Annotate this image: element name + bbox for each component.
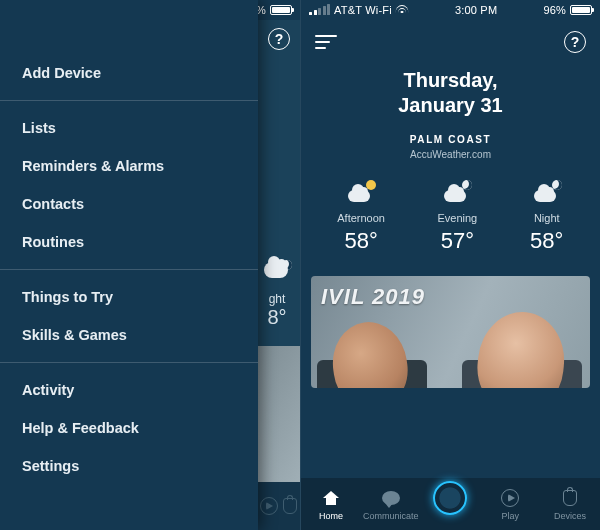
battery-icon [570,5,592,15]
forecast-temp: 57° [437,228,477,254]
date-block: Thursday, January 31 [301,68,600,118]
screenshot-home: AT&T Wi-Fi 3:00 PM 96% ? Thursday, Janua… [300,0,600,530]
date-line-2: January 31 [301,93,600,118]
drawer-item-things-to-try[interactable]: Things to Try [0,278,258,316]
feed-card-text-frag: IVIL [321,284,365,309]
alexa-ring-icon [433,481,467,515]
forecast-night[interactable]: Night 58° [530,180,564,254]
play-icon [499,487,521,509]
forecast-afternoon[interactable]: Afternoon 58° [337,180,385,254]
feed-card-figure [473,308,569,388]
location-name: PALM COAST [301,134,600,145]
forecast-temp: 58° [530,228,564,254]
top-bar: ? [301,20,600,64]
nav-tab-play[interactable]: Play [480,487,540,521]
nav-tab-devices[interactable]: Devices [540,487,600,521]
battery-icon [270,5,292,15]
nav-devices-icon [279,495,300,517]
peek-forecast-label: ght [260,292,294,306]
moon-cloud-icon [530,180,564,204]
drawer-item-reminders-alarms[interactable]: Reminders & Alarms [0,147,258,185]
drawer-item-help-feedback[interactable]: Help & Feedback [0,409,258,447]
help-icon[interactable]: ? [268,28,290,50]
weather-source: AccuWeather.com [301,149,600,160]
nav-tab-communicate[interactable]: Communicate [361,487,421,521]
menu-icon[interactable] [315,35,337,49]
nav-label: Play [502,511,520,521]
wifi-icon [396,5,409,15]
nav-label: Communicate [363,511,419,521]
chat-bubble-icon [380,487,402,509]
drawer-item-contacts[interactable]: Contacts [0,185,258,223]
signal-bars-icon [309,5,330,15]
forecast-evening[interactable]: Evening 57° [437,180,477,254]
location-block[interactable]: PALM COAST AccuWeather.com [301,134,600,160]
battery-percent: 96% [543,4,566,16]
home-icon [320,487,342,509]
feed-card[interactable]: IVIL 2019 [311,276,590,388]
drawer-item-skills-games[interactable]: Skills & Games [0,316,258,354]
peek-forecast-temp: 8° [260,306,294,329]
drawer-item-lists[interactable]: Lists [0,109,258,147]
screenshot-drawer-open: AT&T Wi-Fi 3:00 PM 96% ? ght 8° Add De [0,0,300,530]
drawer-item-routines[interactable]: Routines [0,223,258,261]
feed-card-figure [327,317,412,388]
peek-forecast-night: ght 8° [260,260,294,329]
moon-cloud-icon [440,180,474,204]
forecast-label: Afternoon [337,212,385,224]
drawer-item-settings[interactable]: Settings [0,447,258,485]
sun-cloud-icon [344,180,378,204]
peek-bottom-nav [258,482,300,530]
navigation-drawer: Add Device Lists Reminders & Alarms Cont… [0,0,258,530]
forecast-label: Evening [437,212,477,224]
forecast-row: Afternoon 58° Evening 57° Night 58° [301,180,600,254]
forecast-temp: 58° [337,228,385,254]
devices-icon [559,487,581,509]
carrier-label: AT&T Wi-Fi [334,4,392,16]
nav-tab-home[interactable]: Home [301,487,361,521]
feed-card-headline: IVIL 2019 [321,284,425,310]
drawer-item-activity[interactable]: Activity [0,371,258,409]
status-time: 3:00 PM [455,4,497,16]
nav-play-icon [258,495,279,517]
drawer-item-add-device[interactable]: Add Device [0,54,258,92]
peek-feed-card [258,346,300,482]
date-line-1: Thursday, [301,68,600,93]
bottom-nav: Home Communicate Play Devices [301,478,600,530]
status-bar: AT&T Wi-Fi 3:00 PM 96% [301,0,600,20]
feed-card-year: 2019 [372,284,425,309]
nav-label: Devices [554,511,586,521]
nav-tab-alexa[interactable] [421,491,481,517]
nav-label: Home [319,511,343,521]
help-icon[interactable]: ? [564,31,586,53]
forecast-label: Night [530,212,564,224]
